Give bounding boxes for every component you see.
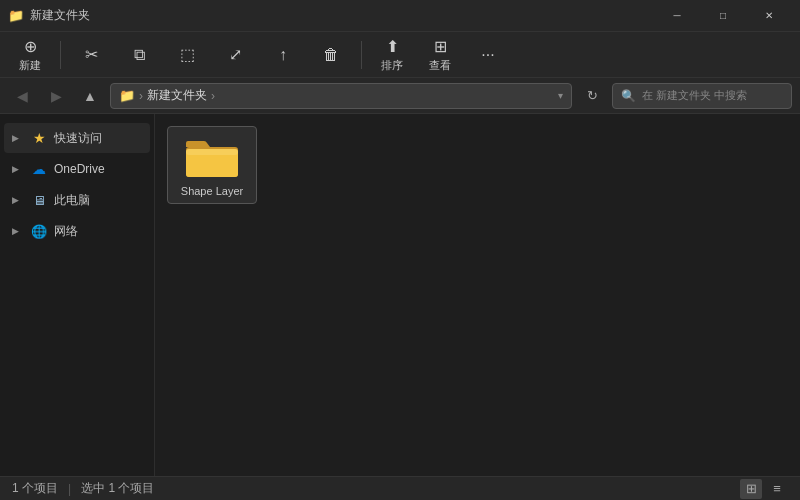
sidebar-label-quick-access: 快速访问 [54,130,102,147]
more-icon: ··· [481,46,494,64]
address-path-text: 新建文件夹 [147,87,207,104]
sidebar-label-this-pc: 此电脑 [54,192,90,209]
copy-icon: ⧉ [134,46,145,64]
chevron-this-pc: ▶ [12,195,24,205]
window-controls: ─ □ ✕ [654,0,792,32]
search-icon: 🔍 [621,89,636,103]
new-label: 新建 [19,58,41,73]
folder-name-shape-layer: Shape Layer [181,185,243,197]
address-bar: ◀ ▶ ▲ 📁 › 新建文件夹 › ▾ ↻ 🔍 在 新建文件夹 中搜索 [0,78,800,114]
status-bar: 1 个项目 | 选中 1 个项目 ⊞ ≡ [0,476,800,500]
sidebar-item-quick-access[interactable]: ▶ ★ 快速访问 [4,123,150,153]
view-label: 查看 [429,58,451,73]
address-input[interactable]: 📁 › 新建文件夹 › ▾ [110,83,572,109]
view-button[interactable]: ⊞ 查看 [418,36,462,74]
back-button[interactable]: ◀ [8,82,36,110]
refresh-button[interactable]: ↻ [578,82,606,110]
chevron-network: ▶ [12,226,24,236]
status-view-controls: ⊞ ≡ [740,479,788,499]
status-separator: | [68,482,71,496]
close-button[interactable]: ✕ [746,0,792,32]
file-content[interactable]: Shape Layer [155,114,800,476]
address-path-icon: 📁 [119,88,135,103]
cut-icon: ✂ [85,45,98,64]
list-view-button[interactable]: ≡ [766,479,788,499]
folder-icon-svg [184,133,240,181]
title-bar: 📁 新建文件夹 ─ □ ✕ [0,0,800,32]
sort-button[interactable]: ⬆ 排序 [370,36,414,74]
folder-item-shape-layer[interactable]: Shape Layer [167,126,257,204]
svg-rect-2 [186,149,238,155]
network-icon: 🌐 [30,224,48,239]
address-separator: › [139,89,143,103]
up-button[interactable]: ▲ [76,82,104,110]
toolbar: ⊕ 新建 ✂ ⧉ ⬚ ⤢ ↑ 🗑 ⬆ 排序 ⊞ 查看 ··· [0,32,800,78]
forward-button[interactable]: ▶ [42,82,70,110]
share-icon: ↑ [279,46,287,64]
folder-title-icon: 📁 [8,8,24,24]
search-box[interactable]: 🔍 在 新建文件夹 中搜索 [612,83,792,109]
move-icon: ⤢ [229,45,242,64]
copy-button[interactable]: ⧉ [117,36,161,74]
delete-button[interactable]: 🗑 [309,36,353,74]
star-icon: ★ [30,130,48,146]
move-button[interactable]: ⤢ [213,36,257,74]
sidebar-item-network[interactable]: ▶ 🌐 网络 [4,216,150,246]
paste-icon: ⬚ [180,45,195,64]
address-separator-2: › [211,89,215,103]
maximize-button[interactable]: □ [700,0,746,32]
title-text: 新建文件夹 [30,7,90,24]
chevron-onedrive: ▶ [12,164,24,174]
toolbar-separator-2 [361,41,362,69]
selected-count: 选中 1 个项目 [81,480,154,497]
sort-icon: ⬆ [386,37,399,56]
cloud-icon: ☁ [30,161,48,177]
new-icon: ⊕ [24,37,37,56]
view-icon: ⊞ [434,37,447,56]
sort-label: 排序 [381,58,403,73]
share-button[interactable]: ↑ [261,36,305,74]
sidebar-item-onedrive[interactable]: ▶ ☁ OneDrive [4,154,150,184]
pc-icon: 🖥 [30,193,48,208]
new-button[interactable]: ⊕ 新建 [8,36,52,74]
item-count: 1 个项目 [12,480,58,497]
search-placeholder: 在 新建文件夹 中搜索 [642,88,747,103]
sidebar-label-network: 网络 [54,223,78,240]
chevron-quick-access: ▶ [12,133,24,143]
main-container: ▶ ★ 快速访问 ▶ ☁ OneDrive ▶ 🖥 此电脑 ▶ 🌐 网络 [0,114,800,476]
paste-button[interactable]: ⬚ [165,36,209,74]
grid-view-button[interactable]: ⊞ [740,479,762,499]
address-dropdown-icon[interactable]: ▾ [558,90,563,101]
sidebar-label-onedrive: OneDrive [54,162,105,176]
minimize-button[interactable]: ─ [654,0,700,32]
delete-icon: 🗑 [323,46,339,64]
cut-button[interactable]: ✂ [69,36,113,74]
sidebar: ▶ ★ 快速访问 ▶ ☁ OneDrive ▶ 🖥 此电脑 ▶ 🌐 网络 [0,114,155,476]
sidebar-item-this-pc[interactable]: ▶ 🖥 此电脑 [4,185,150,215]
toolbar-separator-1 [60,41,61,69]
more-button[interactable]: ··· [466,36,510,74]
title-bar-left: 📁 新建文件夹 [8,7,90,24]
